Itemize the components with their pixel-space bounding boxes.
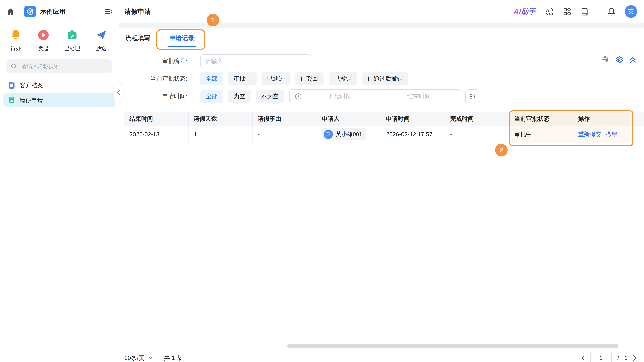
table-row: 2026-02-13 1 - 英 英小雄001 2026-02-12 17:57… [124, 126, 644, 143]
time-settings-button[interactable] [465, 89, 479, 103]
filter-row-approval-no: 审批编号: [124, 54, 644, 68]
gear-icon [468, 93, 476, 100]
clock-icon [295, 93, 302, 100]
cell-apply-time: 2026-02-12 17:57 [381, 126, 445, 143]
top-divider [20, 7, 20, 16]
resubmit-link[interactable]: 重新提交 [578, 130, 602, 138]
time-chip-all[interactable]: 全部 [200, 90, 223, 103]
shortcut-cc[interactable]: 抄送 [95, 28, 108, 52]
sidebar-menu: 客户档案 请假申请 [0, 78, 119, 107]
menu-lines-icon [104, 7, 113, 16]
topbar: 请假申请 AI助手 A中 英 [119, 0, 644, 23]
approval-no-input[interactable] [200, 54, 312, 68]
next-page-button[interactable] [633, 355, 637, 361]
page-size-select[interactable]: 20条/页 [124, 354, 153, 362]
cell-leave-days: 1 [189, 126, 253, 143]
sidebar-item-label: 请假申请 [20, 96, 43, 104]
column-header-leave-reason: 请假事由 [253, 112, 317, 126]
shortcut-initiate[interactable]: 发起 [37, 28, 50, 52]
tab-process-fill[interactable]: 流程填写 [124, 28, 151, 49]
horizontal-scrollbar-thumb[interactable] [287, 344, 618, 348]
sidebar-item-leave-request[interactable]: 请假申请 [3, 93, 116, 107]
status-chip-all[interactable]: 全部 [200, 72, 223, 85]
status-chip-withdrawn[interactable]: 已撤销 [329, 72, 357, 85]
header-separator-band [119, 23, 644, 28]
cell-end-time: 2026-02-13 [124, 126, 189, 143]
column-header-filler [631, 112, 644, 126]
pagination-right: / 1 [581, 352, 637, 362]
status-chip-approved[interactable]: 已通过 [262, 72, 290, 85]
play-circle-icon [37, 28, 50, 41]
app-name: 示例应用 [40, 7, 100, 16]
shortcut-processed[interactable]: 已处理 [64, 28, 80, 52]
tab-label: 申请记录 [170, 34, 194, 42]
clear-filters-icon[interactable] [601, 56, 609, 64]
page-title: 请假申请 [124, 7, 151, 16]
sidebar-search [6, 59, 112, 73]
user-avatar[interactable]: 英 [625, 5, 637, 18]
column-header-leave-days: 请假天数 [189, 112, 253, 126]
shortcut-label: 待办 [10, 45, 21, 52]
row-actions: 重新提交 撤销 [578, 130, 618, 138]
total-pages: 1 [624, 355, 628, 361]
ai-assistant-button[interactable]: AI助手 [514, 7, 536, 16]
filter-label: 申请时间: [124, 92, 187, 100]
pagination-bar: 20条/页 共 1 条 / 1 [119, 352, 644, 362]
home-button[interactable] [6, 7, 16, 16]
shortcut-label: 抄送 [96, 45, 106, 52]
notification-bell-icon[interactable] [607, 7, 616, 16]
range-separator: - [378, 93, 380, 100]
svg-text:A: A [546, 8, 549, 13]
sidebar-collapse-handle[interactable] [113, 83, 123, 102]
paper-plane-icon [95, 28, 108, 41]
clipboard-icon [8, 96, 16, 104]
tab-label: 流程填写 [125, 34, 150, 42]
shortcut-label: 发起 [38, 45, 49, 52]
column-header-actions: 操作 [573, 112, 631, 126]
shortcut-todo[interactable]: 待办 [9, 28, 22, 52]
time-chip-not-empty[interactable]: 不为空 [256, 90, 284, 103]
sidebar-item-label: 客户档案 [20, 81, 43, 89]
current-page-input[interactable] [590, 352, 612, 362]
filter-tools [601, 56, 637, 64]
records-table: 结束时间 请假天数 请假事由 申请人 申请时间 完成时间 当前审批状态 操作 2… [124, 112, 644, 143]
status-chip-rejected[interactable]: 已驳回 [295, 72, 324, 85]
total-count: 共 1 条 [164, 354, 182, 362]
cell-status: 审批中 [509, 126, 573, 143]
handbook-icon[interactable] [580, 7, 589, 16]
withdraw-link[interactable]: 撤销 [606, 130, 618, 138]
cell-actions: 重新提交 撤销 [573, 126, 631, 143]
edit-badge-icon [66, 28, 79, 41]
filter-panel: 审批编号: 当前审批状态: 全部 审批中 已通过 已驳回 已撤销 已通过后撤销 … [119, 49, 644, 103]
app-window: 示例应用 待办 发起 [0, 0, 644, 362]
time-chip-empty[interactable]: 为空 [228, 90, 251, 103]
column-header-end-time: 结束时间 [124, 112, 189, 126]
tab-application-records[interactable]: 申请记录 [168, 28, 196, 49]
bell-icon [9, 28, 22, 41]
translate-icon[interactable]: A中 [545, 7, 554, 16]
prev-page-button[interactable] [581, 355, 585, 361]
status-chip-in-approval[interactable]: 审批中 [228, 72, 256, 85]
sidebar-menu-toggle[interactable] [104, 7, 113, 16]
table-header-row: 结束时间 请假天数 请假事由 申请人 申请时间 完成时间 当前审批状态 操作 [124, 112, 644, 126]
column-header-applicant: 申请人 [317, 112, 381, 126]
status-chip-withdrawn-after-approval[interactable]: 已通过后撤销 [362, 72, 408, 85]
apps-grid-icon[interactable] [563, 7, 572, 16]
sidebar-item-customer-files[interactable]: 客户档案 [3, 78, 116, 92]
chevron-down-icon [148, 356, 153, 360]
shortcut-label: 已处理 [64, 45, 80, 52]
chevron-left-icon [116, 90, 120, 95]
page-separator: / [617, 355, 619, 361]
sidebar: 示例应用 待办 发起 [0, 0, 119, 362]
cell-leave-reason: - [253, 126, 317, 143]
search-icon [10, 63, 17, 70]
date-range-picker[interactable]: 开始时间 - 结束时间 [289, 89, 461, 103]
table-settings-gear-icon[interactable] [615, 56, 623, 64]
search-input[interactable] [21, 63, 108, 70]
applicant-avatar: 英 [324, 130, 333, 139]
start-time-placeholder: 开始时间 [304, 92, 377, 100]
filter-row-apply-time: 申请时间: 全部 为空 不为空 开始时间 - 结束时间 [124, 89, 644, 103]
collapse-filters-icon[interactable] [629, 56, 637, 64]
applicant-name: 英小雄001 [336, 131, 362, 138]
document-icon [8, 81, 16, 89]
